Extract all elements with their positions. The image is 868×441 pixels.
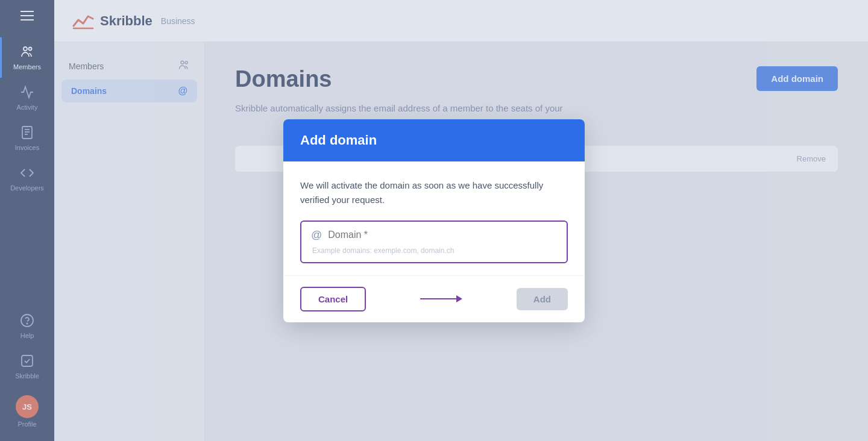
arrow-head: [456, 295, 462, 302]
cancel-button[interactable]: Cancel: [300, 287, 366, 311]
modal-title: Add domain: [300, 133, 568, 148]
modal-body: We will activate the domain as soon as w…: [283, 161, 585, 275]
domain-input-wrapper: @ Example domains: exemple.com, domain.c…: [300, 220, 568, 263]
at-symbol: @: [311, 229, 322, 242]
modal-description: We will activate the domain as soon as w…: [300, 178, 568, 207]
arrow-line: [420, 298, 456, 299]
domain-input[interactable]: [328, 230, 557, 240]
modal-overlay[interactable]: Add domain We will activate the domain a…: [0, 0, 868, 441]
domain-input-row: @: [311, 229, 557, 242]
modal-footer: Cancel Add: [283, 275, 585, 322]
modal-header: Add domain: [283, 119, 585, 161]
arrow-indicator: [420, 295, 462, 302]
add-domain-modal: Add domain We will activate the domain a…: [283, 119, 585, 322]
domain-hint: Example domains: exemple.com, domain.ch: [311, 246, 557, 255]
add-button[interactable]: Add: [517, 288, 568, 310]
